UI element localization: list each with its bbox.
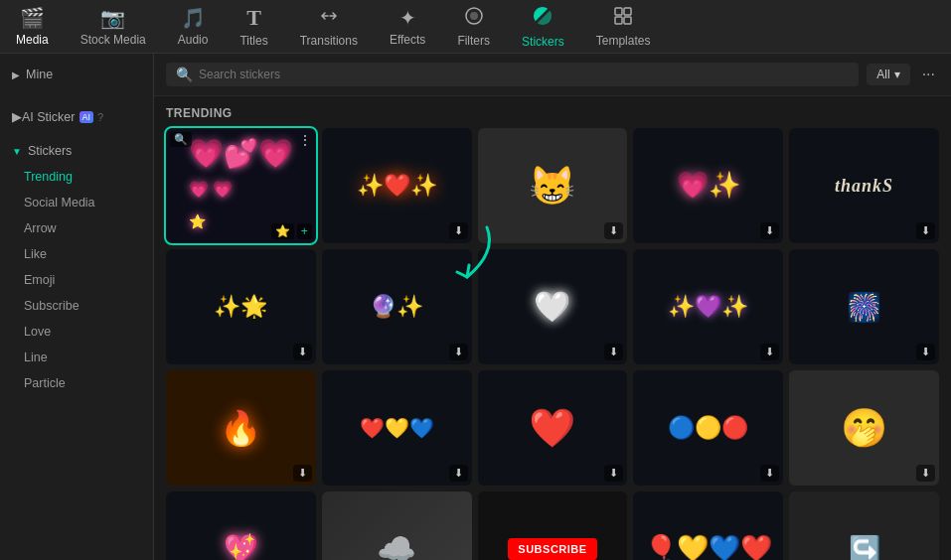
nav-titles-label: Titles bbox=[239, 34, 267, 48]
sidebar-item-emoji[interactable]: Emoji bbox=[0, 267, 153, 293]
sidebar-item-social-media[interactable]: Social Media bbox=[0, 190, 153, 215]
sparkle-trail-sticker: ✨🌟 bbox=[214, 294, 267, 320]
nav-templates[interactable]: Templates bbox=[580, 0, 667, 54]
nav-transitions[interactable]: Transitions bbox=[284, 0, 374, 54]
download-btn-14[interactable]: ⬇ bbox=[760, 465, 779, 482]
bubbles-sticker: 🔵🟡🔴 bbox=[668, 415, 748, 441]
search-input-wrap[interactable]: 🔍 bbox=[166, 63, 859, 86]
audio-icon: 🎵 bbox=[181, 6, 206, 30]
sticker-cell-floating-hearts[interactable]: ❤️💛💙 ⬇ bbox=[322, 370, 472, 486]
sticker-cell-subscribe[interactable]: SUBSCRIBE ⬇ bbox=[478, 491, 628, 560]
sticker-favorite-btn[interactable]: ⭐ bbox=[271, 223, 294, 239]
sticker-cell-bokeh-hearts[interactable]: ✨❤️✨ ⬇ bbox=[322, 128, 472, 243]
download-btn-13[interactable]: ⬇ bbox=[604, 465, 623, 482]
sidebar-item-line[interactable]: Line bbox=[0, 345, 153, 370]
emoji-label: Emoji bbox=[24, 273, 55, 287]
nav-media[interactable]: 🎬 Media bbox=[0, 0, 65, 53]
nav-effects[interactable]: ✦ Effects bbox=[374, 0, 441, 53]
bokeh-hearts-sticker: ✨❤️✨ bbox=[357, 173, 437, 199]
download-btn-2[interactable]: ⬇ bbox=[449, 222, 468, 239]
sticker-cell-sparkle-trail[interactable]: ✨🌟 ⬇ bbox=[166, 249, 316, 364]
sticker-cell-happy-face[interactable]: 🤭 ⬇ bbox=[789, 370, 939, 486]
stickers-arrow-icon: ▼ bbox=[12, 146, 22, 157]
sticker-cell-glow-heart[interactable]: 🤍 ⬇ bbox=[478, 249, 628, 364]
sidebar-item-like[interactable]: Like bbox=[0, 241, 153, 267]
sticker-action-btns: ⭐ + bbox=[271, 223, 312, 239]
titles-icon: T bbox=[246, 5, 261, 31]
sidebar-group-mine[interactable]: ▶ Mine bbox=[0, 62, 153, 87]
sidebar-item-love[interactable]: Love bbox=[0, 319, 153, 345]
download-btn-7[interactable]: ⬇ bbox=[449, 344, 468, 360]
sidebar-item-arrow[interactable]: Arrow bbox=[0, 215, 153, 241]
download-btn-6[interactable]: ⬇ bbox=[293, 344, 312, 360]
nav-titles[interactable]: T Titles bbox=[224, 0, 283, 54]
sticker-cell-pink-heart-sparkle[interactable]: 💖 ⬇ bbox=[166, 491, 316, 560]
sticker-cell-fire[interactable]: 🔥 ⬇ bbox=[166, 370, 316, 486]
fireworks-sticker: 🎆 bbox=[847, 291, 881, 324]
balloons-sticker: 🎈💛💙❤️ bbox=[645, 533, 772, 560]
sticker-cell-red-heart[interactable]: ❤️ ⬇ bbox=[478, 370, 628, 486]
transitions-icon bbox=[319, 6, 339, 31]
sticker-more-btn[interactable]: ⋮ bbox=[298, 132, 312, 148]
floating-hearts-sticker: ❤️💛💙 bbox=[360, 416, 434, 440]
sticker-cell-hearts[interactable]: 💗💕💗💗 💗 ⭐ 🔍 ⋮ ⭐ + bbox=[166, 128, 316, 243]
download-btn-4[interactable]: ⬇ bbox=[760, 222, 779, 239]
social-media-label: Social Media bbox=[24, 196, 95, 210]
sticker-cell-bubbles[interactable]: 🔵🟡🔴 ⬇ bbox=[633, 370, 783, 486]
download-btn-10[interactable]: ⬇ bbox=[916, 344, 935, 360]
sidebar-ai-sticker[interactable]: ▶ AI Sticker AI ? bbox=[0, 103, 153, 130]
nav-media-label: Media bbox=[16, 33, 49, 47]
sidebar-item-trending[interactable]: Trending bbox=[0, 164, 153, 190]
sticker-cell-smoke[interactable]: ☁️ ⬇ bbox=[322, 491, 472, 560]
sidebar-item-subscribe[interactable]: Subscribe bbox=[0, 293, 153, 319]
sidebar-section-mine: ▶ Mine bbox=[0, 54, 153, 95]
download-btn-5[interactable]: ⬇ bbox=[916, 222, 935, 239]
nav-audio[interactable]: 🎵 Audio bbox=[162, 0, 225, 53]
nav-filters[interactable]: Filters bbox=[441, 0, 506, 54]
download-btn-12[interactable]: ⬇ bbox=[449, 465, 468, 482]
stickers-icon bbox=[532, 5, 554, 32]
help-icon: ? bbox=[97, 111, 103, 123]
templates-icon bbox=[613, 6, 633, 31]
download-btn-11[interactable]: ⬇ bbox=[293, 465, 312, 482]
sticker-cell-fireworks[interactable]: 🎆 ⬇ bbox=[789, 249, 939, 364]
sticker-cell-balloons[interactable]: 🎈💛💙❤️ ⬇ bbox=[633, 491, 783, 560]
download-btn-3[interactable]: ⬇ bbox=[604, 222, 623, 239]
filter-button[interactable]: All ▾ bbox=[867, 64, 909, 85]
sticker-cell-purple-sparkles[interactable]: ✨💜✨ ⬇ bbox=[633, 249, 783, 364]
more-options-button[interactable]: ··· bbox=[918, 62, 939, 87]
red-heart-sticker: ❤️ bbox=[529, 406, 575, 450]
stock-media-icon: 📷 bbox=[100, 6, 125, 30]
filter-label: All bbox=[876, 68, 889, 81]
arrow-like-sticker: ↪️ bbox=[849, 534, 880, 561]
search-input[interactable] bbox=[199, 68, 849, 81]
purple-sparkles-sticker: ✨💜✨ bbox=[668, 294, 748, 320]
media-icon: 🎬 bbox=[20, 6, 45, 30]
nav-stickers[interactable]: Stickers bbox=[506, 0, 580, 55]
svg-rect-4 bbox=[615, 17, 622, 24]
sparkle-heart-sticker: 💗✨ bbox=[677, 170, 740, 201]
download-btn-8[interactable]: ⬇ bbox=[604, 344, 623, 360]
sticker-cell-thanks[interactable]: thankS ⬇ bbox=[789, 128, 939, 243]
fire-sticker: 🔥 bbox=[220, 408, 261, 448]
filter-chevron-icon: ▾ bbox=[894, 68, 900, 81]
download-btn-15[interactable]: ⬇ bbox=[916, 465, 935, 482]
sticker-cell-sparkle-heart[interactable]: 💗✨ ⬇ bbox=[633, 128, 783, 243]
sidebar-mine-label: Mine bbox=[26, 68, 53, 81]
sidebar: ▶ Mine ▶ AI Sticker AI ? ▼ Stickers Tren… bbox=[0, 54, 154, 560]
sidebar-item-particle[interactable]: Particle bbox=[0, 370, 153, 396]
sticker-cell-arrow-like[interactable]: ↪️ ⬇ bbox=[789, 491, 939, 560]
download-btn-9[interactable]: ⬇ bbox=[760, 344, 779, 360]
sticker-search-btn[interactable]: 🔍 bbox=[170, 132, 192, 147]
main-layout: ▶ Mine ▶ AI Sticker AI ? ▼ Stickers Tren… bbox=[0, 54, 951, 560]
nav-templates-label: Templates bbox=[596, 34, 651, 48]
effects-icon: ✦ bbox=[399, 6, 416, 30]
sidebar-stickers-label: Stickers bbox=[28, 144, 72, 158]
sticker-add-btn[interactable]: + bbox=[297, 223, 312, 239]
sidebar-stickers-header[interactable]: ▼ Stickers bbox=[0, 138, 153, 164]
sticker-cell-cat[interactable]: 😸 ⬇ bbox=[478, 128, 628, 243]
trending-label: Trending bbox=[24, 170, 73, 184]
trending-section-label: TRENDING bbox=[166, 106, 939, 120]
sticker-cell-swirl[interactable]: 🔮✨ ⬇ bbox=[322, 249, 472, 364]
nav-stock-media[interactable]: 📷 Stock Media bbox=[65, 0, 162, 53]
